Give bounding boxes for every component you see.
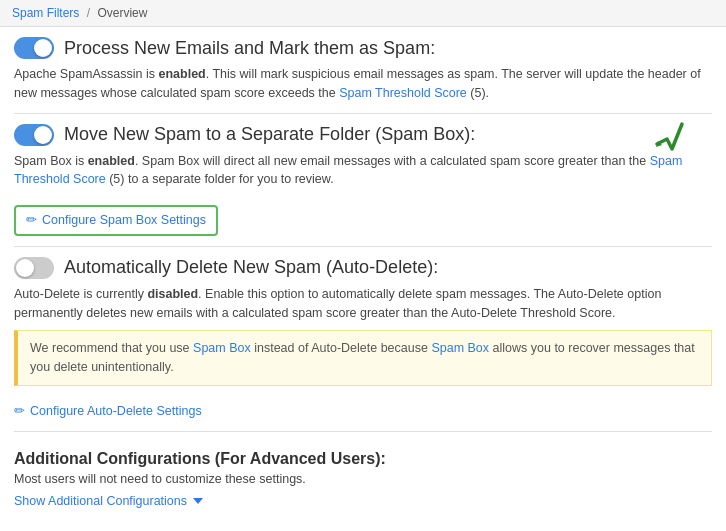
spam-box-status: enabled [88,154,135,168]
edit-icon: ✏ [26,211,37,230]
show-additional-label: Show Additional Configurations [14,494,187,508]
configure-auto-delete-label: Configure Auto-Delete Settings [30,402,202,421]
spam-box-toggle[interactable] [14,124,54,146]
configure-spam-box-button[interactable]: ✏ Configure Spam Box Settings [14,205,218,236]
auto-delete-edit-icon: ✏ [14,402,25,421]
process-spam-title: Process New Emails and Mark them as Spam… [64,38,435,59]
auto-delete-status: disabled [147,287,198,301]
configure-spam-box-label: Configure Spam Box Settings [42,211,206,230]
breadcrumb: Spam Filters / Overview [0,0,726,27]
breadcrumb-current: Overview [97,6,147,20]
auto-delete-body: Auto-Delete is currently disabled. Enabl… [14,285,712,421]
spam-box-body-text2: . Spam Box will direct all new email mes… [135,154,650,168]
spam-box-header: Move New Spam to a Separate Folder (Spam… [14,124,712,146]
spam-box-title: Move New Spam to a Separate Folder (Spam… [64,124,475,145]
configure-auto-delete-link[interactable]: ✏ Configure Auto-Delete Settings [14,402,202,421]
main-content: Process New Emails and Mark them as Spam… [0,27,726,518]
breadcrumb-separator: / [87,6,90,20]
auto-delete-section: Automatically Delete New Spam (Auto-Dele… [14,257,712,432]
auto-delete-header: Automatically Delete New Spam (Auto-Dele… [14,257,712,279]
auto-delete-title: Automatically Delete New Spam (Auto-Dele… [64,257,438,278]
process-spam-body-text3: (5). [467,86,489,100]
process-spam-status: enabled [159,67,206,81]
green-arrow-right [652,119,692,159]
process-spam-section: Process New Emails and Mark them as Spam… [14,37,712,114]
spam-box-body: Spam Box is enabled. Spam Box will direc… [14,152,712,236]
process-spam-header: Process New Emails and Mark them as Spam… [14,37,712,59]
auto-delete-toggle[interactable] [14,257,54,279]
auto-delete-body-text1: Auto-Delete is currently [14,287,147,301]
warning-text2: instead of Auto-Delete because [251,341,432,355]
additional-title: Additional Configurations (For Advanced … [14,450,712,468]
auto-delete-warning: We recommend that you use Spam Box inste… [14,330,712,386]
process-spam-threshold-link[interactable]: Spam Threshold Score [339,86,467,100]
process-spam-body: Apache SpamAssassin is enabled. This wil… [14,65,712,103]
chevron-down-icon [193,498,203,504]
spam-box-section: Move New Spam to a Separate Folder (Spam… [14,124,712,247]
warning-text1: We recommend that you use [30,341,193,355]
breadcrumb-parent-link[interactable]: Spam Filters [12,6,79,20]
warning-spam-box-link1[interactable]: Spam Box [193,341,251,355]
additional-section: Additional Configurations (For Advanced … [14,442,712,508]
warning-spam-box-link2[interactable]: Spam Box [431,341,489,355]
process-spam-toggle[interactable] [14,37,54,59]
show-additional-link[interactable]: Show Additional Configurations [14,494,203,508]
additional-subtitle: Most users will not need to customize th… [14,472,712,486]
process-spam-body-text1: Apache SpamAssassin is [14,67,159,81]
spam-box-body-text1: Spam Box is [14,154,88,168]
spam-box-body-text3: (5) to a separate folder for you to revi… [106,172,334,186]
